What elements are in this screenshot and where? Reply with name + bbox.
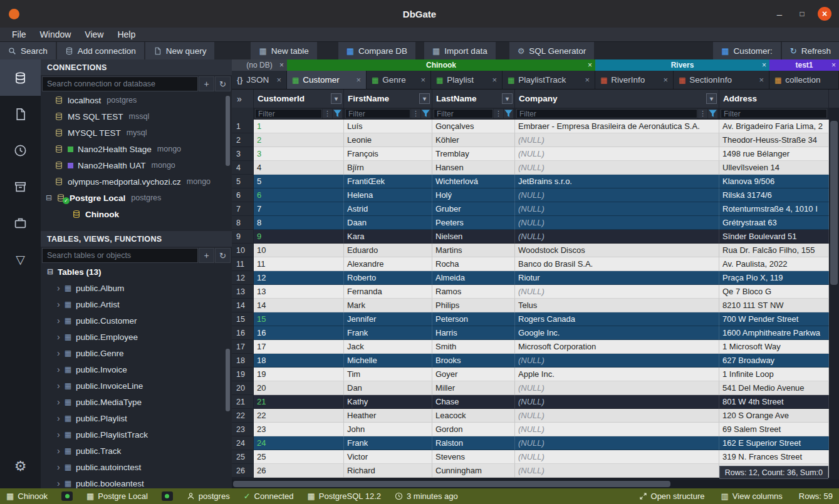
status-user[interactable]: postgres bbox=[187, 491, 230, 501]
add-connection-icon-button[interactable]: + bbox=[199, 76, 214, 91]
close-icon[interactable]: × bbox=[762, 61, 766, 69]
collapse-icon[interactable]: ⊟ bbox=[47, 267, 53, 276]
db-group-chinook[interactable]: Chinook× bbox=[287, 59, 595, 71]
table-row[interactable]: 2020DanMiller(NULL)541 Del Medio Avenue bbox=[232, 381, 839, 395]
tab-genre[interactable]: ▦Genre× bbox=[367, 71, 431, 89]
db-group-no-db[interactable]: (no DB)× bbox=[232, 59, 287, 71]
new-query-button[interactable]: New query bbox=[145, 42, 215, 59]
connection-item-ms-sql-test[interactable]: MS SQL TESTmssql bbox=[41, 108, 232, 125]
status-connection[interactable]: ▦Postgre Local bbox=[86, 491, 148, 501]
filter-input[interactable] bbox=[434, 109, 493, 118]
column-dropdown-button[interactable]: ▾ bbox=[419, 93, 430, 104]
expand-all-button[interactable]: » bbox=[232, 90, 254, 108]
search-button[interactable]: Search bbox=[0, 42, 56, 59]
close-icon[interactable]: × bbox=[588, 61, 592, 69]
table-row[interactable]: 88DaanPeeters(NULL)Grétrystraat 63 bbox=[232, 216, 839, 230]
filter-input[interactable] bbox=[721, 109, 827, 118]
collapse-icon[interactable]: ⊟ bbox=[46, 193, 52, 202]
filter-menu-button[interactable]: ⋮ bbox=[323, 109, 332, 118]
sidebar-files[interactable] bbox=[0, 96, 41, 132]
column-header-lastname[interactable]: LastName▾ bbox=[432, 90, 515, 108]
add-table-icon-button[interactable]: + bbox=[199, 248, 214, 263]
table-row[interactable]: 2222HeatherLeacock(NULL)120 S Orange Ave bbox=[232, 409, 839, 423]
close-icon[interactable]: × bbox=[279, 61, 284, 69]
tab-customer[interactable]: ▦Customer× bbox=[287, 71, 367, 89]
filter-funnel-button[interactable] bbox=[421, 109, 430, 118]
close-icon[interactable]: × bbox=[492, 75, 497, 85]
chevron-right-icon[interactable]: › bbox=[57, 397, 60, 407]
db-group-test1[interactable]: test1× bbox=[769, 59, 839, 71]
sidebar-connections[interactable] bbox=[0, 59, 41, 96]
chevron-right-icon[interactable]: › bbox=[57, 381, 60, 391]
table-row[interactable]: 1919TimGoyerApple Inc.1 Infinite Loop bbox=[232, 368, 839, 381]
table-row[interactable]: 2323JohnGordon(NULL)69 Salem Street bbox=[232, 423, 839, 436]
table-row[interactable]: 1313FernandaRamos(NULL)Qe 7 Bloco G bbox=[232, 285, 839, 299]
sidebar-filter[interactable]: ▽ bbox=[0, 241, 41, 277]
chevron-right-icon[interactable]: › bbox=[57, 478, 60, 488]
column-header-address[interactable]: Address bbox=[719, 90, 829, 108]
table-row[interactable]: 44BjïrnHansen(NULL)Ullevîlsveien 14 bbox=[232, 161, 839, 175]
sql-generator-button[interactable]: ⚙SQL Generator bbox=[509, 42, 595, 59]
tab-playlist[interactable]: ▦Playlist× bbox=[431, 71, 503, 89]
connection-item-localhost[interactable]: localhostpostgres bbox=[41, 92, 232, 108]
table-item-public-booleantest[interactable]: ›▦public.booleantest bbox=[41, 475, 232, 488]
connection-item-postgre-local[interactable]: ⊟✓Postgre Localpostgres bbox=[41, 190, 232, 206]
tables-group-row[interactable]: ⊟ Tables (13) bbox=[41, 264, 232, 280]
chevron-right-icon[interactable]: › bbox=[57, 316, 60, 326]
table-row[interactable]: 1212RobertoAlmeidaRioturPraça Pio X, 119 bbox=[232, 271, 839, 285]
table-row[interactable]: 33FrançoisTremblay(NULL)1498 rue Bélange… bbox=[232, 147, 839, 161]
filter-funnel-button[interactable] bbox=[333, 109, 342, 118]
menu-help[interactable]: Help bbox=[110, 28, 142, 41]
connection-item-mysql-test[interactable]: MYSQL TESTmysql bbox=[41, 125, 232, 141]
close-icon[interactable]: × bbox=[420, 75, 425, 85]
table-row[interactable]: 66HelenaHolý(NULL)Rilská 3174/6 bbox=[232, 188, 839, 202]
filter-input[interactable] bbox=[516, 109, 697, 118]
compare-db-button[interactable]: ▦Compare DB bbox=[338, 42, 415, 59]
table-item-public-playlist[interactable]: ›▦public.Playlist bbox=[41, 410, 232, 426]
chevron-right-icon[interactable]: › bbox=[57, 332, 60, 342]
column-header-firstname[interactable]: FirstName▾ bbox=[344, 90, 432, 108]
connection-item-nano2health-stage[interactable]: Nano2Health Stagemongo bbox=[41, 141, 232, 157]
tables-search-input[interactable] bbox=[42, 248, 198, 263]
close-icon[interactable]: × bbox=[663, 75, 668, 85]
status-view-columns[interactable]: ▥View columns bbox=[721, 491, 783, 501]
connection-item-olympus-medportal-vychozi-cz[interactable]: olympus-medportal.vychozi.czmongo bbox=[41, 173, 232, 190]
chevron-right-icon[interactable]: › bbox=[57, 283, 60, 293]
customer-button[interactable]: ▦Customer: bbox=[713, 42, 781, 59]
chevron-right-icon[interactable]: › bbox=[57, 462, 60, 472]
status-database[interactable]: ▦Chinook bbox=[6, 491, 48, 501]
table-item-public-playlisttrack[interactable]: ›▦public.PlaylistTrack bbox=[41, 426, 232, 443]
tab-json[interactable]: {}JSON× bbox=[232, 71, 287, 89]
filter-funnel-button[interactable] bbox=[708, 109, 717, 118]
table-row[interactable]: 22LeonieKöhler(NULL)Theodor-Heuss-Straße… bbox=[232, 133, 839, 147]
tab-sectioninfo[interactable]: ▦SectionInfo× bbox=[674, 71, 769, 89]
table-item-public-album[interactable]: ›▦public.Album bbox=[41, 280, 232, 296]
column-dropdown-button[interactable]: ▾ bbox=[331, 93, 341, 104]
add-connection-button[interactable]: Add connection bbox=[57, 42, 144, 59]
table-row[interactable]: 99KaraNielsen(NULL)Sïnder Boulevard 51 bbox=[232, 230, 839, 244]
grid-vertical-scrollbar[interactable] bbox=[829, 108, 839, 480]
filter-input[interactable] bbox=[345, 109, 410, 118]
chevron-right-icon[interactable]: › bbox=[57, 446, 60, 456]
maximize-button[interactable]: □ bbox=[795, 7, 809, 21]
import-data-button[interactable]: ▦Import data bbox=[424, 42, 496, 59]
filter-menu-button[interactable]: ⋮ bbox=[698, 109, 707, 118]
table-row[interactable]: 2121KathyChase(NULL)801 W 4th Street bbox=[232, 395, 839, 409]
column-dropdown-button[interactable]: ▾ bbox=[502, 93, 513, 104]
column-header-company[interactable]: Company▾ bbox=[515, 90, 719, 108]
table-item-public-invoiceline[interactable]: ›▦public.InvoiceLine bbox=[41, 378, 232, 394]
table-item-public-artist[interactable]: ›▦public.Artist bbox=[41, 296, 232, 312]
table-row[interactable]: 2525VictorStevens(NULL)319 N. Frances St… bbox=[232, 450, 839, 464]
scrollbar-thumb[interactable] bbox=[830, 121, 838, 285]
table-row[interactable]: 1616FrankHarrisGoogle Inc.1600 Amphithea… bbox=[232, 326, 839, 340]
table-row[interactable]: 11LuísGonçalvesEmbraer - Empresa Brasile… bbox=[232, 120, 839, 133]
close-icon[interactable]: × bbox=[759, 75, 764, 85]
table-item-public-invoice[interactable]: ›▦public.Invoice bbox=[41, 361, 232, 378]
menu-file[interactable]: File bbox=[5, 28, 33, 41]
table-row[interactable]: 1515JenniferPetersonRogers Canada700 W P… bbox=[232, 312, 839, 326]
close-button[interactable]: × bbox=[818, 7, 831, 21]
table-item-public-customer[interactable]: ›▦public.Customer bbox=[41, 312, 232, 329]
table-item-public-track[interactable]: ›▦public.Track bbox=[41, 443, 232, 459]
status-sync-indicator-2[interactable] bbox=[162, 491, 173, 501]
filter-menu-button[interactable]: ⋮ bbox=[494, 109, 503, 118]
